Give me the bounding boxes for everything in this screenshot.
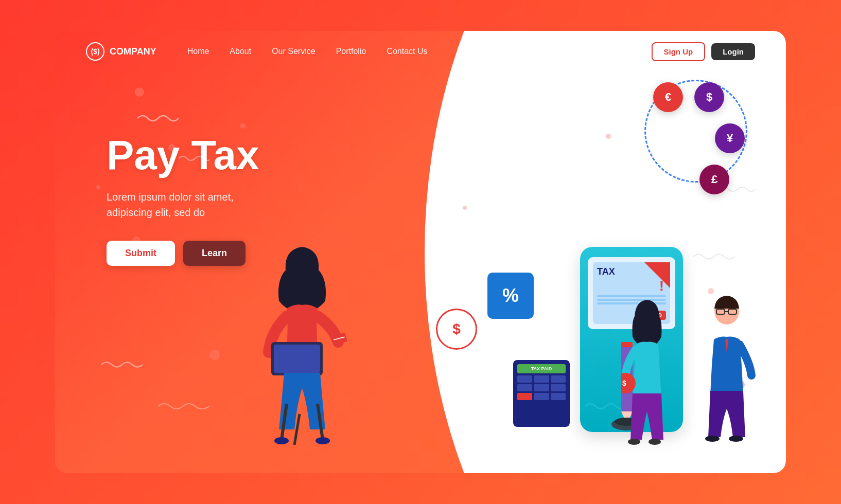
dollar-symbol: $ [452, 321, 461, 337]
squiggle-white-1 [693, 252, 734, 261]
pink-dot-3 [606, 134, 611, 139]
nav-auth: Sign Up Login [652, 42, 756, 61]
login-button[interactable]: Login [711, 43, 755, 60]
submit-button[interactable]: Submit [107, 241, 175, 266]
hero-description: Lorem ipsum dolor sit amet, adipiscing e… [107, 189, 259, 220]
svg-point-24 [705, 436, 720, 442]
percent-symbol: % [502, 285, 519, 307]
squiggle-1 [137, 113, 179, 123]
calc-btn-2 [534, 375, 549, 383]
man-figure [696, 285, 758, 445]
logo-icon: ($) [86, 42, 104, 61]
euro-circle: € [653, 82, 683, 112]
woman-figure [256, 229, 348, 445]
deco-dot-1 [135, 87, 144, 97]
calc-screen: TAX PAID [517, 364, 566, 373]
dollar-circle-top: $ [694, 82, 724, 112]
logo-symbol: ($) [91, 47, 99, 56]
squiggle-3 [101, 360, 143, 369]
calc-btn-4 [517, 384, 532, 391]
calc-btn-1 [517, 375, 532, 383]
deco-dot-5 [209, 350, 220, 360]
nav-links: Home About Our Service Portfolio Contact… [187, 47, 652, 56]
main-card: ($) COMPANY Home About Our Service Portf… [55, 31, 786, 473]
svg-point-8 [274, 437, 289, 444]
dollar-rotation-circle: $ [436, 309, 477, 350]
logo: ($) COMPANY [86, 42, 156, 61]
calc-btn-8 [534, 393, 549, 400]
svg-point-18 [628, 439, 640, 445]
squiggle-4 [158, 401, 209, 411]
percent-box: % [487, 273, 534, 319]
svg-point-25 [729, 436, 743, 442]
tax-label: TAX [597, 266, 615, 277]
yen-circle: ¥ [715, 123, 745, 153]
deco-dot-2 [240, 123, 246, 129]
nav-contact-us[interactable]: Contact Us [387, 47, 427, 56]
calc-btn-9 [551, 393, 566, 400]
pound-circle: £ [699, 165, 729, 194]
learn-button[interactable]: Learn [183, 241, 246, 266]
svg-point-19 [649, 439, 661, 445]
nav-about[interactable]: About [230, 47, 251, 56]
red-triangle [644, 262, 670, 288]
calc-buttons [517, 375, 566, 400]
company-name: COMPANY [110, 46, 156, 57]
nav-portfolio[interactable]: Portfolio [336, 47, 366, 56]
nav-our-service[interactable]: Our Service [272, 47, 315, 56]
navbar: ($) COMPANY Home About Our Service Portf… [55, 31, 786, 72]
hero-title: Pay Tax [107, 134, 259, 177]
hero-buttons: Submit Learn [107, 241, 259, 266]
nav-home[interactable]: Home [187, 47, 209, 56]
hero-content: Pay Tax Lorem ipsum dolor sit amet, adip… [107, 134, 259, 266]
calc-btn-3 [551, 375, 566, 383]
svg-text:$: $ [622, 379, 626, 387]
svg-rect-2 [274, 345, 320, 373]
woman-2-figure: $ [621, 291, 688, 445]
deco-dot-4 [96, 185, 100, 189]
svg-point-9 [316, 437, 330, 444]
pink-dot-4 [463, 206, 467, 210]
calc-btn-6 [551, 384, 566, 391]
signup-button[interactable]: Sign Up [652, 42, 706, 61]
calc-btn-5 [534, 384, 549, 391]
calc-btn-7 [517, 393, 532, 400]
calculator: TAX PAID [513, 360, 570, 427]
